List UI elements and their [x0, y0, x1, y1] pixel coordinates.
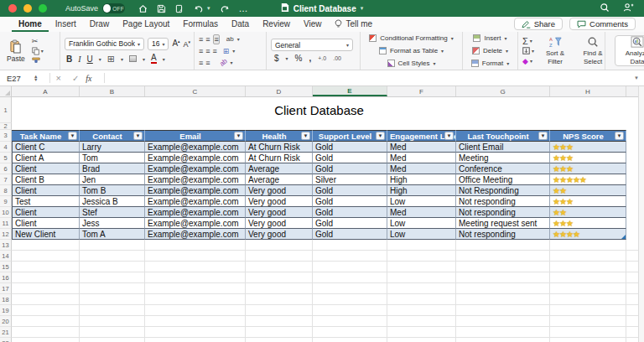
row-number[interactable]: 6 — [0, 163, 12, 174]
table-cell-last-touchpoint[interactable]: Meeting — [456, 153, 550, 163]
increase-decimal-button[interactable]: +.0 — [318, 55, 326, 61]
redo-icon[interactable] — [220, 4, 230, 13]
cut-button[interactable]: ✂ — [32, 36, 44, 46]
empty-cell[interactable] — [80, 294, 145, 305]
table-cell-engagement-level[interactable]: Med — [387, 207, 456, 218]
table-cell-task-name[interactable]: Client — [12, 185, 80, 196]
table-cell-contact[interactable]: Larry — [80, 142, 145, 153]
empty-cell[interactable] — [626, 305, 638, 316]
table-cell-support-level[interactable]: Gold — [313, 153, 387, 163]
vertical-scrollbar[interactable] — [638, 86, 644, 342]
formula-input[interactable] — [110, 70, 635, 86]
autosave-toggle[interactable]: AutoSave OFF — [65, 3, 125, 13]
font-size-select[interactable]: 16▾ — [148, 38, 169, 50]
table-cell-task-name[interactable]: Client B — [12, 174, 80, 185]
table-header-health[interactable]: Health▼ — [246, 130, 313, 142]
empty-cell[interactable] — [387, 272, 456, 283]
empty-cell[interactable] — [12, 327, 80, 338]
empty-cell[interactable] — [313, 272, 387, 283]
row-number[interactable]: 9 — [0, 196, 12, 207]
analyze-data-button[interactable]: Analyze Data — [615, 35, 644, 65]
table-cell-email[interactable]: Example@example.com — [145, 163, 246, 174]
empty-cell[interactable] — [145, 240, 246, 251]
minimize-window-button[interactable] — [23, 4, 32, 13]
empty-cell[interactable] — [246, 283, 313, 294]
tab-view[interactable]: View — [297, 19, 329, 32]
table-cell-support-level[interactable]: Gold — [313, 142, 387, 153]
empty-cell[interactable] — [80, 240, 145, 251]
row-number[interactable]: 12 — [0, 229, 12, 240]
table-cell-nps-score[interactable]: ★★★★ — [550, 229, 626, 240]
table-cell-engagement-level[interactable]: Low — [387, 218, 456, 229]
decrease-decimal-button[interactable]: .00 — [333, 55, 341, 61]
empty-cell[interactable] — [246, 316, 313, 327]
row-number[interactable]: 10 — [0, 207, 12, 218]
table-cell-support-level[interactable]: Gold — [313, 207, 387, 218]
decrease-indent-icon[interactable]: ≡ — [199, 59, 202, 67]
table-cell-engagement-level[interactable]: Med — [387, 163, 456, 174]
empty-cell[interactable] — [313, 338, 387, 342]
empty-cell[interactable] — [12, 251, 80, 262]
underline-chevron[interactable]: ▾ — [99, 56, 101, 62]
table-header-support-level[interactable]: Support Level▼ — [313, 130, 387, 142]
empty-cell[interactable] — [550, 338, 626, 342]
empty-cell[interactable] — [313, 327, 387, 338]
empty-cell[interactable] — [313, 316, 387, 327]
share-contact-icon[interactable] — [623, 1, 634, 16]
table-cell-email[interactable]: Example@example.com — [145, 174, 246, 185]
cell-styles-button[interactable]: Cell Styles▾ — [387, 60, 436, 68]
row-number[interactable]: 16 — [0, 272, 12, 283]
empty-cell[interactable] — [456, 305, 550, 316]
name-box-stepper[interactable]: ▲▼ — [34, 75, 38, 81]
table-cell-contact[interactable]: Stef — [80, 207, 145, 218]
empty-cell[interactable] — [246, 338, 313, 342]
empty-cell[interactable] — [80, 316, 145, 327]
table-cell-nps-score[interactable]: ★★ — [550, 185, 626, 196]
filter-dropdown-icon[interactable]: ▼ — [376, 132, 385, 140]
table-header-engagement-level[interactable]: Engagement Level▼ — [387, 130, 456, 142]
empty-cell[interactable] — [313, 240, 387, 251]
number-format-select[interactable]: General▾ — [271, 39, 353, 51]
empty-cell[interactable] — [387, 262, 456, 272]
paste-button[interactable]: Paste — [4, 39, 28, 63]
empty-cell[interactable] — [626, 283, 638, 294]
empty-cell[interactable] — [246, 262, 313, 272]
bold-button[interactable]: B — [66, 54, 72, 64]
table-cell-last-touchpoint[interactable]: Not Responding — [456, 185, 550, 196]
empty-cell[interactable] — [550, 305, 626, 316]
table-cell-task-name[interactable]: Client — [12, 218, 80, 229]
currency-format-button[interactable]: $ — [274, 54, 279, 63]
empty-cell[interactable] — [626, 294, 638, 305]
table-cell-nps-score[interactable]: ★★★★★ — [550, 174, 626, 185]
orientation-icon[interactable]: ab — [218, 57, 229, 68]
row-number[interactable]: 2 — [0, 123, 12, 130]
empty-cell[interactable] — [456, 316, 550, 327]
table-cell-task-name[interactable]: Client A — [12, 153, 80, 163]
table-header-task-name[interactable]: Task Name▼ — [12, 130, 80, 142]
table-cell-contact[interactable]: Tom A — [80, 229, 145, 240]
row-number[interactable]: 14 — [0, 251, 12, 262]
tab-review[interactable]: Review — [256, 19, 297, 32]
fullscreen-window-button[interactable] — [39, 4, 47, 13]
table-cell-nps-score[interactable]: ★★★ — [550, 153, 626, 163]
empty-cell[interactable] — [145, 283, 246, 294]
empty-cell[interactable] — [80, 251, 145, 262]
empty-cell[interactable] — [387, 305, 456, 316]
print-icon[interactable] — [175, 4, 184, 13]
name-box[interactable]: E27 — [0, 74, 34, 83]
empty-cell[interactable] — [550, 240, 626, 251]
table-cell-nps-score[interactable]: ★★★ — [550, 142, 626, 153]
table-cell-last-touchpoint[interactable]: Conference — [456, 163, 550, 174]
align-middle-icon[interactable]: ≡ — [205, 35, 209, 44]
empty-cell[interactable] — [80, 262, 145, 272]
table-cell-last-touchpoint[interactable]: Office Meeting — [456, 174, 550, 185]
save-icon[interactable] — [157, 4, 166, 13]
search-icon[interactable] — [600, 1, 610, 16]
document-title-chevron[interactable]: ▾ — [361, 5, 364, 12]
empty-cell[interactable] — [12, 240, 80, 251]
empty-cell[interactable] — [12, 316, 80, 327]
empty-cell[interactable] — [80, 338, 145, 342]
increase-font-icon[interactable]: A▴ — [172, 39, 179, 48]
close-window-button[interactable] — [8, 4, 17, 13]
column-header-A[interactable]: A — [12, 86, 80, 96]
